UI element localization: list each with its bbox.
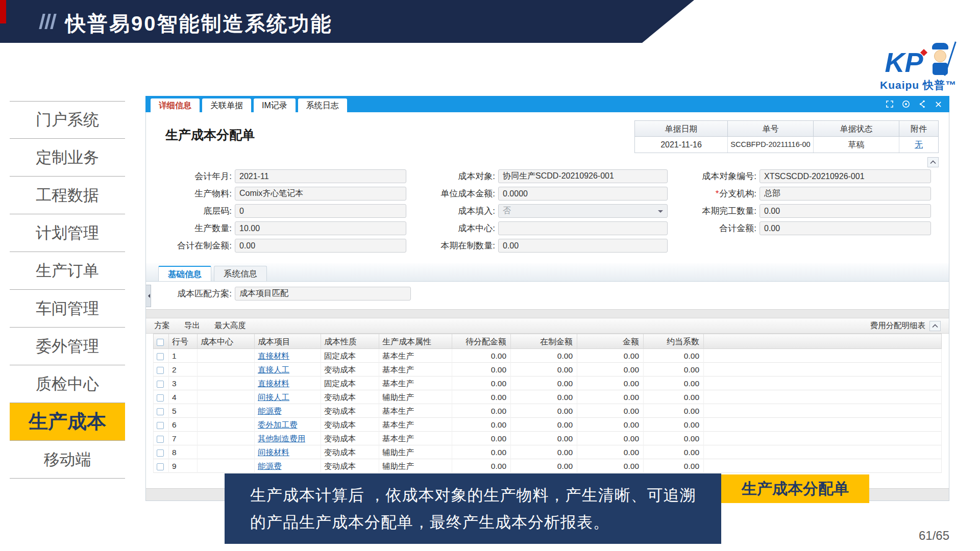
row-checkbox[interactable]	[157, 353, 164, 360]
row-checkbox[interactable]	[157, 463, 164, 470]
row-checkbox[interactable]	[157, 381, 164, 388]
table-row[interactable]: 6委外加工费变动成本基本生产0.000.000.000.00	[153, 418, 942, 432]
attachment-link[interactable]: 无	[915, 140, 923, 149]
sidebar-item-production-order[interactable]: 生产订单	[10, 252, 125, 290]
required-mark: *	[716, 189, 719, 198]
doc-number-value: SCCBFPD-20211116-00	[728, 137, 814, 153]
cost-item-link[interactable]: 直接材料	[258, 379, 289, 388]
doc-date-header: 单据日期	[635, 121, 728, 137]
row-checkbox[interactable]	[157, 408, 164, 415]
sidebar-item-production-cost[interactable]: 生产成本	[10, 403, 125, 441]
tab-related-documents[interactable]: 关联单据	[202, 98, 251, 112]
im-icon[interactable]	[902, 100, 910, 108]
sidebar-item-outsourcing[interactable]: 委外管理	[10, 328, 125, 365]
header-collapse-button[interactable]	[927, 157, 939, 167]
row-checkbox[interactable]	[157, 436, 164, 443]
max-height-button[interactable]: 最大高度	[214, 320, 246, 331]
unit-cost-amount-input[interactable]	[498, 187, 668, 201]
sidebar-item-engineering-data[interactable]: 工程数据	[10, 177, 125, 214]
bottom-level-code-input[interactable]	[235, 204, 406, 218]
col-coefficient: 约当系数	[644, 334, 704, 349]
panel-collapse-handle[interactable]	[146, 285, 151, 307]
page-number: 61/65	[919, 529, 949, 543]
doc-status-header: 单据状态	[814, 121, 899, 137]
cost-object-input[interactable]	[498, 169, 668, 183]
cost-item-link[interactable]: 间接人工	[258, 393, 289, 402]
close-icon[interactable]	[935, 101, 942, 108]
row-checkbox[interactable]	[157, 422, 164, 429]
cost-item-link[interactable]: 其他制造费用	[258, 434, 305, 443]
window-content: 生产成本分配单 单据日期 单号 单据状态 附件 2021-11-16 SCCBF…	[145, 112, 949, 501]
row-checkbox[interactable]	[157, 394, 164, 402]
table-header: 行号 成本中心 成本项目 成本性质 生产成本属性 待分配金额 在制金额 金额 约…	[153, 334, 942, 349]
table-row[interactable]: 8间接材料变动成本辅助生产0.000.000.000.00	[153, 445, 942, 459]
cost-fill-select[interactable]: 否	[498, 204, 668, 218]
fullscreen-icon[interactable]	[886, 100, 894, 108]
attachment-header: 附件	[899, 121, 938, 137]
sidebar: 门户系统 定制业务 工程数据 计划管理 生产订单 车间管理 委外管理 质检中心 …	[10, 101, 125, 479]
table-row[interactable]: 2直接人工变动成本基本生产0.000.000.000.00	[153, 363, 942, 377]
window-controls	[886, 96, 942, 112]
col-cost-item: 成本项目	[255, 334, 321, 349]
caption-line-2: 的产品生产成本分配单，最终产生成本分析报表。	[250, 509, 706, 536]
cost-item-link[interactable]: 直接人工	[258, 365, 289, 374]
sidebar-item-portal[interactable]: 门户系统	[10, 101, 125, 139]
tab-im-records[interactable]: IM记录	[254, 98, 296, 112]
cost-item-link[interactable]: 间接材料	[258, 448, 289, 457]
chevron-up-icon	[932, 324, 938, 328]
production-material-input[interactable]	[235, 187, 406, 201]
cost-match-input[interactable]	[235, 287, 411, 300]
production-qty-input[interactable]	[235, 221, 406, 235]
table-row[interactable]: 9能源费变动成本辅助生产0.000.000.000.00	[153, 459, 942, 473]
col-pending-amount: 待分配金额	[452, 334, 511, 349]
wip-qty-input[interactable]	[498, 239, 668, 253]
highlight-label: 生产成本分配单	[721, 474, 869, 503]
sidebar-item-custom-business[interactable]: 定制业务	[10, 139, 125, 177]
chevron-down-icon	[658, 210, 663, 215]
doc-title: 生产成本分配单	[165, 127, 255, 143]
share-icon[interactable]	[918, 100, 926, 108]
chevron-up-icon	[930, 160, 936, 164]
cost-item-link[interactable]: 能源费	[258, 462, 282, 470]
cost-object-no-input[interactable]	[760, 169, 931, 183]
window-tabbar: 详细信息 关联单据 IM记录 系统日志	[145, 96, 949, 112]
col-cost-attr: 生产成本属性	[379, 334, 452, 349]
export-button[interactable]: 导出	[184, 320, 200, 331]
cost-item-link[interactable]: 能源费	[258, 407, 282, 415]
accounting-period-input[interactable]	[235, 169, 406, 183]
sidebar-item-workshop-management[interactable]: 车间管理	[10, 290, 125, 328]
detail-table-label: 费用分配明细表	[870, 320, 926, 331]
scheme-button[interactable]: 方案	[154, 320, 170, 331]
logo-mark: KP	[885, 48, 923, 77]
subtab-system-info[interactable]: 系统信息	[214, 266, 267, 281]
doc-number-header: 单号	[728, 121, 814, 137]
table-row[interactable]: 1直接材料固定成本基本生产0.000.000.000.00	[153, 349, 942, 363]
subtab-basic-info[interactable]: 基础信息	[158, 266, 211, 281]
cost-center-input[interactable]	[498, 221, 668, 235]
row-checkbox[interactable]	[157, 449, 164, 457]
col-cost-nature: 成本性质	[321, 334, 379, 349]
total-wip-amount-input[interactable]	[235, 239, 406, 253]
grid-collapse-button[interactable]	[929, 321, 941, 331]
row-checkbox[interactable]	[157, 367, 164, 374]
table-row[interactable]: 7其他制造费用变动成本基本生产0.000.000.000.00	[153, 432, 942, 445]
cost-item-link[interactable]: 委外加工费	[258, 420, 298, 429]
sidebar-item-plan-management[interactable]: 计划管理	[10, 214, 125, 252]
doc-status-value: 草稿	[814, 137, 899, 153]
logo-mascot	[928, 43, 952, 77]
cost-item-link[interactable]: 直接材料	[258, 352, 289, 360]
completed-qty-input[interactable]	[760, 204, 931, 218]
select-all-checkbox[interactable]	[157, 339, 164, 346]
grid-toolbar: 方案 导出 最大高度 费用分配明细表	[146, 318, 949, 334]
branch-input[interactable]	[760, 187, 931, 201]
logo-wordmark: Kuaipu 快普™	[880, 78, 957, 92]
table-row[interactable]: 3直接材料固定成本基本生产0.000.000.000.00	[153, 377, 942, 390]
tab-system-log[interactable]: 系统日志	[298, 98, 347, 112]
sidebar-item-mobile[interactable]: 移动端	[10, 441, 125, 479]
total-amount-input[interactable]	[760, 221, 931, 235]
table-row[interactable]: 4间接人工变动成本辅助生产0.000.000.000.00	[153, 390, 942, 404]
sidebar-item-quality-center[interactable]: 质检中心	[10, 365, 125, 403]
caption-line-1: 生产成本计算后 ，依成本对象的生产物料，产生清晰、可追溯	[250, 482, 706, 509]
table-row[interactable]: 5能源费变动成本基本生产0.000.000.000.00	[153, 404, 942, 418]
tab-detail-info[interactable]: 详细信息	[151, 98, 200, 112]
